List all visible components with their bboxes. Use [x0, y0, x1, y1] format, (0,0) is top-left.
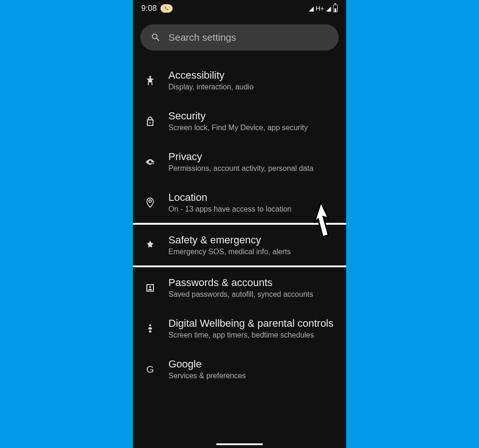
- settings-subtitle: Screen lock, Find My Device, app securit…: [168, 124, 337, 132]
- settings-item-safety[interactable]: Safety & emergency Emergency SOS, medica…: [133, 223, 346, 267]
- account-icon: [144, 282, 156, 294]
- settings-subtitle: Emergency SOS, medical info, alerts: [168, 248, 337, 256]
- settings-title: Safety & emergency: [168, 234, 337, 246]
- svg-point-2: [152, 162, 154, 165]
- settings-title: Privacy: [168, 151, 337, 163]
- notification-badge: [160, 4, 173, 13]
- settings-title: Google: [168, 358, 337, 370]
- settings-title: Digital Wellbeing & parental controls: [168, 317, 337, 330]
- settings-subtitle: Saved passwords, autofill, synced accoun…: [168, 290, 337, 299]
- medical-icon: [144, 239, 156, 251]
- heart-icon: [144, 323, 156, 335]
- search-settings-input[interactable]: Search settings: [140, 24, 339, 51]
- settings-subtitle: Display, interaction, audio: [168, 83, 337, 91]
- settings-list: Accessibility Display, interaction, audi…: [133, 60, 346, 389]
- phone-frame: 9:08 ◢ H+ ◢ Search settings Accessibilit…: [133, 0, 346, 448]
- settings-item-google[interactable]: G Google Services & preferences: [133, 349, 346, 389]
- nav-handle[interactable]: [216, 443, 263, 445]
- settings-title: Accessibility: [168, 69, 337, 81]
- eye-icon: [144, 156, 156, 168]
- signal-1-icon: ◢: [309, 5, 314, 12]
- network-type: H+: [316, 5, 324, 12]
- settings-item-privacy[interactable]: Privacy Permissions, account activity, p…: [133, 141, 346, 182]
- settings-subtitle: On - 13 apps have access to location: [168, 205, 337, 213]
- settings-item-location[interactable]: Location On - 13 apps have access to loc…: [133, 182, 346, 223]
- settings-item-wellbeing[interactable]: Digital Wellbeing & parental controls Sc…: [133, 308, 346, 349]
- settings-subtitle: Permissions, account activity, personal …: [168, 164, 337, 173]
- search-placeholder: Search settings: [168, 32, 236, 43]
- settings-subtitle: Screen time, app timers, bedtime schedul…: [168, 331, 337, 339]
- status-left: 9:08: [141, 4, 173, 13]
- clock: 9:08: [141, 4, 157, 13]
- google-icon: G: [144, 363, 156, 375]
- search-icon: [151, 32, 161, 43]
- settings-item-accessibility[interactable]: Accessibility Display, interaction, audi…: [133, 60, 346, 101]
- settings-title: Passwords & accounts: [168, 277, 337, 289]
- search-container: Search settings: [133, 15, 346, 60]
- settings-subtitle: Services & preferences: [168, 372, 337, 380]
- settings-title: Security: [168, 110, 337, 122]
- svg-point-3: [149, 324, 151, 326]
- settings-item-security[interactable]: Security Screen lock, Find My Device, ap…: [133, 101, 346, 141]
- lock-icon: [144, 115, 156, 127]
- svg-point-1: [150, 122, 151, 123]
- status-bar: 9:08 ◢ H+ ◢: [133, 0, 346, 15]
- settings-title: Location: [168, 191, 337, 204]
- settings-item-passwords[interactable]: Passwords & accounts Saved passwords, au…: [133, 267, 346, 308]
- signal-2-icon: ◢: [326, 5, 331, 12]
- battery-icon: [333, 5, 338, 12]
- accessibility-icon: [144, 74, 156, 87]
- status-right: ◢ H+ ◢: [309, 5, 338, 12]
- pin-icon: [144, 197, 156, 209]
